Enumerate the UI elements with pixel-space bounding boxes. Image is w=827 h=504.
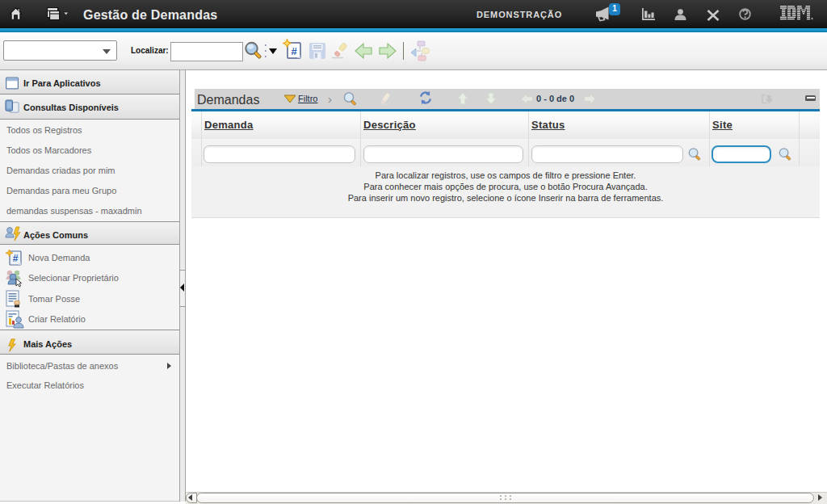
svg-text:#: # (13, 253, 19, 264)
svg-text:#: # (292, 45, 298, 57)
